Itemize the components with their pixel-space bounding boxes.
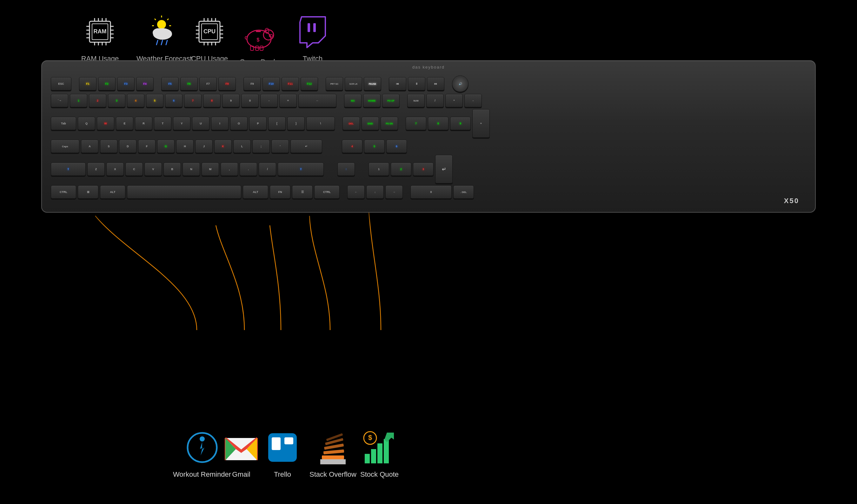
key-i[interactable]: I bbox=[211, 117, 229, 130]
key-5[interactable]: 5 bbox=[146, 94, 164, 107]
key-n[interactable]: N bbox=[183, 163, 200, 176]
key-f10[interactable]: F10 bbox=[263, 77, 280, 90]
key-f9[interactable]: F9 bbox=[243, 77, 261, 90]
key-media-prev[interactable]: ⏮ bbox=[389, 77, 406, 90]
key-backspace[interactable]: ← bbox=[298, 94, 336, 107]
key-backtick[interactable]: ` ~ bbox=[51, 94, 68, 107]
key-f[interactable]: F bbox=[138, 140, 155, 153]
key-num2[interactable]: 2 bbox=[391, 163, 411, 176]
key-enter[interactable]: ↵ bbox=[290, 140, 322, 153]
key-lalt[interactable]: ALT bbox=[100, 185, 125, 199]
key-w[interactable]: W bbox=[97, 117, 114, 130]
key-up[interactable]: ↑ bbox=[337, 163, 355, 176]
key-backslash[interactable]: \ bbox=[306, 117, 335, 130]
key-num9[interactable]: 9 bbox=[450, 117, 471, 130]
key-f8[interactable]: F8 bbox=[218, 77, 236, 90]
key-num7[interactable]: 7 bbox=[406, 117, 426, 130]
key-2[interactable]: 2 bbox=[89, 94, 106, 107]
key-f2[interactable]: F2 bbox=[98, 77, 116, 90]
key-media-next[interactable]: ⏭ bbox=[427, 77, 444, 90]
key-capslock[interactable]: Caps bbox=[51, 140, 79, 153]
key-r[interactable]: R bbox=[135, 117, 152, 130]
key-del[interactable]: DEL bbox=[342, 117, 360, 130]
key-3[interactable]: 3 bbox=[108, 94, 125, 107]
key-menu[interactable]: ☰ bbox=[292, 185, 313, 199]
key-f7[interactable]: F7 bbox=[199, 77, 217, 90]
key-a[interactable]: A bbox=[81, 140, 98, 153]
key-num4[interactable]: 4 bbox=[342, 140, 363, 153]
key-rbracket[interactable]: ] bbox=[287, 117, 305, 130]
key-f6[interactable]: F6 bbox=[180, 77, 198, 90]
key-home[interactable]: HOME bbox=[363, 94, 381, 107]
key-6[interactable]: 6 bbox=[165, 94, 183, 107]
key-lctrl[interactable]: CTRL bbox=[51, 185, 76, 199]
key-g[interactable]: G bbox=[157, 140, 174, 153]
key-minus[interactable]: - bbox=[260, 94, 278, 107]
key-lwin[interactable]: ⊞ bbox=[78, 185, 98, 199]
key-tab[interactable]: Tab bbox=[51, 117, 76, 130]
key-9[interactable]: 9 bbox=[222, 94, 240, 107]
key-f12[interactable]: F12 bbox=[301, 77, 318, 90]
key-x[interactable]: X bbox=[106, 163, 124, 176]
key-k[interactable]: K bbox=[214, 140, 232, 153]
key-semicolon[interactable]: ; bbox=[252, 140, 270, 153]
key-rctrl[interactable]: CTRL bbox=[314, 185, 340, 199]
key-b[interactable]: B bbox=[164, 163, 181, 176]
key-prtsc[interactable]: PRT SC bbox=[326, 77, 343, 90]
key-volume-knob[interactable]: 🔊 bbox=[452, 75, 469, 92]
key-c[interactable]: C bbox=[125, 163, 143, 176]
key-h[interactable]: H bbox=[176, 140, 194, 153]
key-j[interactable]: J bbox=[195, 140, 213, 153]
key-u[interactable]: U bbox=[192, 117, 209, 130]
key-f3[interactable]: F3 bbox=[117, 77, 135, 90]
key-f1[interactable]: F1 bbox=[79, 77, 97, 90]
key-t[interactable]: T bbox=[154, 117, 171, 130]
key-v[interactable]: V bbox=[145, 163, 162, 176]
key-f11[interactable]: F11 bbox=[282, 77, 299, 90]
key-pgup[interactable]: PG UP bbox=[382, 94, 400, 107]
key-esc[interactable]: ESC bbox=[51, 77, 71, 90]
key-4[interactable]: 4 bbox=[127, 94, 145, 107]
key-space[interactable] bbox=[127, 185, 241, 199]
key-l[interactable]: L bbox=[233, 140, 251, 153]
key-numminus[interactable]: - bbox=[464, 94, 482, 107]
key-period[interactable]: . bbox=[240, 163, 257, 176]
key-q[interactable]: Q bbox=[78, 117, 95, 130]
key-right[interactable]: → bbox=[385, 185, 403, 199]
key-pgdn[interactable]: PG DN bbox=[381, 117, 398, 130]
key-numenter[interactable]: ↵ bbox=[435, 155, 453, 183]
key-rshift[interactable]: ⇧ bbox=[278, 163, 324, 176]
key-ralt[interactable]: ALT bbox=[243, 185, 268, 199]
key-num5[interactable]: 5 bbox=[364, 140, 385, 153]
key-d[interactable]: D bbox=[119, 140, 136, 153]
key-0[interactable]: 0 bbox=[241, 94, 259, 107]
key-num1[interactable]: 1 bbox=[369, 163, 389, 176]
key-pause[interactable]: PAUSE bbox=[364, 77, 381, 90]
key-s[interactable]: S bbox=[100, 140, 117, 153]
key-8[interactable]: 8 bbox=[203, 94, 221, 107]
key-num6[interactable]: 6 bbox=[386, 140, 407, 153]
key-e[interactable]: E bbox=[116, 117, 133, 130]
key-y[interactable]: Y bbox=[173, 117, 190, 130]
key-down[interactable]: ↓ bbox=[366, 185, 384, 199]
key-num3[interactable]: 3 bbox=[413, 163, 434, 176]
key-lbracket[interactable]: [ bbox=[268, 117, 286, 130]
key-num0[interactable]: 0 bbox=[410, 185, 452, 199]
key-numdel[interactable]: . DEL bbox=[453, 185, 474, 199]
key-m[interactable]: M bbox=[202, 163, 219, 176]
key-z[interactable]: Z bbox=[87, 163, 105, 176]
key-o[interactable]: O bbox=[230, 117, 248, 130]
key-numlock[interactable]: NUM bbox=[407, 94, 425, 107]
key-lshift[interactable]: ⇧ bbox=[51, 163, 86, 176]
key-media-play[interactable]: ⏸ bbox=[408, 77, 425, 90]
key-1[interactable]: 1 bbox=[70, 94, 87, 107]
key-f4[interactable]: F4 bbox=[136, 77, 154, 90]
key-numslash[interactable]: / bbox=[426, 94, 444, 107]
key-num8[interactable]: 8 bbox=[428, 117, 449, 130]
key-left[interactable]: ← bbox=[347, 185, 365, 199]
key-slash[interactable]: / bbox=[259, 163, 276, 176]
key-7[interactable]: 7 bbox=[184, 94, 202, 107]
key-f5[interactable]: F5 bbox=[161, 77, 179, 90]
key-numstar[interactable]: * bbox=[445, 94, 463, 107]
key-comma[interactable]: , bbox=[221, 163, 238, 176]
